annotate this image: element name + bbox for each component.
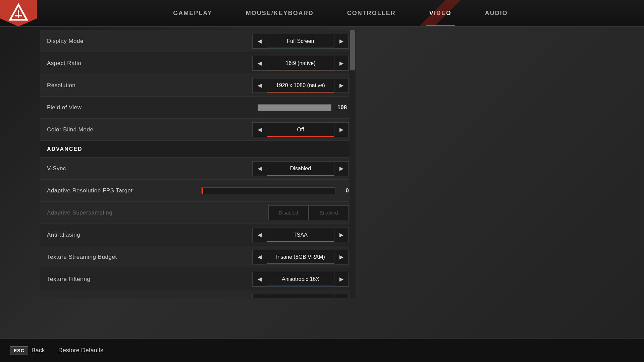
resolution-picker: ◀ 644 x 362 (native) ▶ — [252, 78, 349, 93]
color-blind-label: Color Blind Mode — [47, 126, 252, 133]
logo — [0, 0, 37, 26]
texture-streaming-label: Texture Streaming Budget — [47, 254, 252, 260]
display-mode-next-btn[interactable]: ▶ — [334, 34, 349, 49]
advanced-label: ADVANCED — [47, 146, 82, 152]
texture-streaming-value: Insane (8GB VRAM) — [267, 250, 334, 264]
aspect-ratio-label: Aspect Ratio — [47, 60, 252, 67]
color-blind-value: Off — [267, 122, 334, 137]
adaptive-supersampling-toggle: Disabled Enabled — [268, 205, 349, 220]
resolution-value: 644 x 362 (native) — [267, 78, 334, 93]
vsync-picker: ◀ Disabled ▶ — [252, 161, 349, 176]
fov-label: Field of View — [47, 104, 258, 111]
fov-slider-track[interactable] — [258, 104, 331, 111]
aspect-ratio-next-btn[interactable]: ▶ — [334, 56, 349, 71]
anti-aliasing-label: Anti-aliasing — [47, 232, 252, 238]
adaptive-cursor — [202, 188, 203, 194]
bottom-bar: ESC Back Restore Defaults — [0, 339, 644, 362]
texture-filtering-picker: ◀ Anisotropic 16X ▶ — [252, 272, 349, 287]
fov-slider-fill — [258, 105, 331, 111]
resolution-label: Resolution — [47, 82, 252, 89]
tab-audio[interactable]: AUDIO — [482, 0, 511, 26]
tab-video[interactable]: VIDEO — [426, 0, 455, 26]
resolution-next-btn[interactable]: ▶ — [334, 78, 349, 93]
texture-filtering-prev-btn[interactable]: ◀ — [252, 272, 267, 287]
back-label: Back — [32, 347, 45, 354]
anti-aliasing-value: TSAA — [267, 228, 334, 242]
resolution-row: Resolution ◀ 644 x 362 (native) ▶ — [40, 74, 356, 97]
anti-aliasing-next-btn[interactable]: ▶ — [334, 228, 349, 242]
nav-bar: GAMEPLAY MOUSE/KEYBOARD CONTROLLER VIDEO… — [0, 0, 644, 27]
vsync-row: V-Sync ◀ Disabled ▶ — [40, 158, 356, 180]
texture-filtering-row: Texture Filtering ◀ Anisotropic 16X ▶ — [40, 268, 356, 290]
settings-panel: Display Mode ◀ Full Screen ▶ Aspect Rati… — [40, 30, 356, 298]
adaptive-supersampling-disabled-btn[interactable]: Disabled — [268, 205, 309, 220]
display-mode-row: Display Mode ◀ Full Screen ▶ — [40, 30, 356, 52]
adaptive-res-row: Adaptive Resolution FPS Target 0 — [40, 180, 356, 202]
esc-key-label: ESC — [10, 346, 28, 355]
color-blind-picker: ◀ Off ▶ — [252, 122, 349, 137]
anti-aliasing-picker: ◀ TSAA ▶ — [252, 228, 349, 242]
display-mode-picker: ◀ Full Screen ▶ — [252, 34, 349, 49]
resolution-prev-btn[interactable]: ◀ — [252, 78, 267, 93]
adaptive-res-value: 0 — [339, 187, 349, 194]
color-blind-next-btn[interactable]: ▶ — [334, 122, 349, 137]
vsync-label: V-Sync — [47, 165, 252, 172]
vsync-next-btn[interactable]: ▶ — [334, 161, 349, 176]
texture-filtering-value: Anisotropic 16X — [267, 272, 334, 287]
adaptive-supersampling-label: Adaptive Supersampling — [47, 209, 268, 216]
aspect-ratio-prev-btn[interactable]: ◀ — [252, 56, 267, 71]
tab-gameplay[interactable]: GAMEPLAY — [170, 0, 215, 26]
advanced-section-header: ADVANCED — [40, 141, 356, 158]
tab-controller[interactable]: CONTROLLER — [344, 0, 399, 26]
tab-mouse-keyboard[interactable]: MOUSE/KEYBOARD — [243, 0, 317, 26]
aspect-ratio-row: Aspect Ratio ◀ 16:9 (native) ▶ — [40, 52, 356, 74]
texture-streaming-next-btn[interactable]: ▶ — [334, 250, 349, 264]
nav-tabs: GAMEPLAY MOUSE/KEYBOARD CONTROLLER VIDEO… — [37, 0, 644, 26]
ambient-occlusion-value: Disabled — [267, 294, 334, 299]
texture-streaming-picker: ◀ Insane (8GB VRAM) ▶ — [252, 250, 349, 264]
adaptive-res-label: Adaptive Resolution FPS Target — [47, 187, 195, 194]
ambient-occlusion-label: Ambient Occlusion Quality — [47, 298, 252, 299]
ambient-occlusion-row: Ambient Occlusion Quality ◀ Disabled ▶ — [40, 290, 356, 298]
display-mode-value: Full Screen — [267, 34, 334, 49]
adaptive-supersampling-enabled-btn[interactable]: Enabled — [309, 205, 349, 220]
ambient-occlusion-prev-btn[interactable]: ◀ — [252, 294, 267, 299]
adaptive-supersampling-row: Adaptive Supersampling Disabled Enabled — [40, 202, 356, 224]
fov-slider-container: 108 — [258, 104, 349, 111]
vsync-value: Disabled — [267, 161, 334, 176]
adaptive-res-slider: 0 — [201, 187, 349, 194]
ambient-occlusion-picker: ◀ Disabled ▶ — [252, 294, 349, 299]
fov-value: 108 — [335, 104, 349, 111]
color-blind-row: Color Blind Mode ◀ Off ▶ — [40, 119, 356, 141]
texture-filtering-label: Texture Filtering — [47, 276, 252, 283]
esc-back-button[interactable]: ESC Back — [10, 346, 45, 355]
restore-defaults-button[interactable]: Restore Defaults — [58, 347, 103, 354]
scrollbar-thumb[interactable] — [350, 30, 355, 70]
adaptive-res-track[interactable] — [201, 187, 335, 194]
aspect-ratio-value: 16:9 (native) — [267, 56, 334, 71]
anti-aliasing-row: Anti-aliasing ◀ TSAA ▶ — [40, 224, 356, 246]
main-content: Display Mode ◀ Full Screen ▶ Aspect Rati… — [0, 27, 644, 362]
vsync-prev-btn[interactable]: ◀ — [252, 161, 267, 176]
ambient-occlusion-next-btn[interactable]: ▶ — [334, 294, 349, 299]
texture-streaming-row: Texture Streaming Budget ◀ Insane (8GB V… — [40, 246, 356, 268]
fov-row: Field of View 108 — [40, 97, 356, 119]
color-blind-prev-btn[interactable]: ◀ — [252, 122, 267, 137]
texture-filtering-next-btn[interactable]: ▶ — [334, 272, 349, 287]
display-mode-prev-btn[interactable]: ◀ — [252, 34, 267, 49]
display-mode-label: Display Mode — [47, 38, 252, 45]
anti-aliasing-prev-btn[interactable]: ◀ — [252, 228, 267, 242]
scrollbar[interactable] — [350, 30, 356, 298]
texture-streaming-prev-btn[interactable]: ◀ — [252, 250, 267, 264]
aspect-ratio-picker: ◀ 16:9 (native) ▶ — [252, 56, 349, 71]
